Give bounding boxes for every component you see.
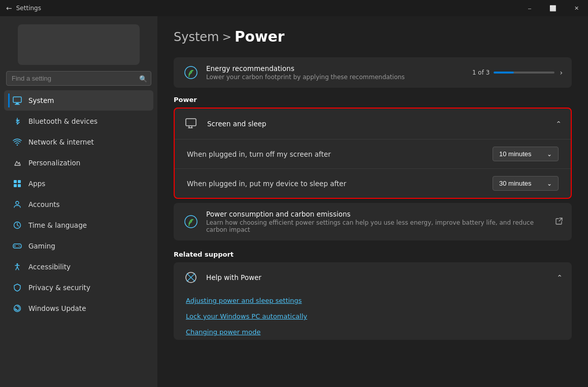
progress-bar-fill: [494, 72, 514, 74]
time-label: Time & language: [28, 221, 87, 229]
breadcrumb-parent[interactable]: System: [174, 30, 219, 44]
screen-off-label: When plugged in, turn off my screen afte…: [187, 150, 493, 158]
energy-right: 1 of 3 ›: [472, 68, 563, 77]
energy-subtitle: Lower your carbon footprint by applying …: [206, 74, 465, 81]
sidebar-item-accessibility[interactable]: Accessibility: [4, 257, 153, 277]
apps-label: Apps: [28, 180, 45, 188]
app-container: 🔍 System Blue: [0, 16, 588, 387]
maximize-button[interactable]: ⬜: [541, 0, 565, 16]
search-icon: 🔍: [139, 75, 147, 82]
svg-point-3: [17, 145, 18, 146]
help-link-3[interactable]: Changing power mode: [174, 324, 572, 340]
sidebar-item-gaming[interactable]: Gaming: [4, 236, 153, 256]
screen-sleep-chevron-icon: ⌃: [556, 120, 562, 128]
sidebar: 🔍 System Blue: [0, 16, 157, 387]
time-icon: [12, 220, 22, 230]
privacy-icon: [12, 283, 22, 293]
sidebar-item-time[interactable]: Time & language: [4, 215, 153, 235]
sleep-label: When plugged in, put my device to sleep …: [187, 180, 493, 188]
gaming-icon: [12, 241, 22, 251]
power-consumption-row[interactable]: Power consumption and carbon emissions L…: [174, 203, 572, 240]
svg-point-8: [16, 201, 19, 204]
screen-sleep-card: Screen and sleep ⌃ When plugged in, turn…: [174, 108, 572, 199]
external-link-icon: [556, 218, 563, 226]
progress-container: 1 of 3: [472, 69, 554, 76]
sidebar-item-network[interactable]: Network & internet: [4, 132, 153, 152]
system-icon: [12, 95, 22, 105]
help-header[interactable]: Help with Power ⌃: [174, 262, 572, 293]
bluetooth-icon: [12, 116, 22, 126]
titlebar: ← Settings – ⬜ ✕: [0, 0, 588, 16]
svg-rect-1: [16, 103, 19, 104]
personalization-label: Personalization: [28, 159, 80, 167]
accounts-icon: [12, 199, 22, 209]
power-consumption-card: Power consumption and carbon emissions L…: [174, 203, 572, 240]
energy-card-row[interactable]: Energy recommendations Lower your carbon…: [174, 57, 572, 88]
sleep-chevron-icon: ⌄: [547, 180, 552, 187]
sidebar-nav: System Bluetooth & devices: [0, 90, 157, 319]
screen-off-value: 10 minutes: [499, 150, 532, 158]
accounts-label: Accounts: [28, 200, 60, 208]
sleep-setting: When plugged in, put my device to sleep …: [175, 168, 571, 198]
accessibility-label: Accessibility: [28, 263, 71, 271]
minimize-button[interactable]: –: [518, 0, 541, 16]
update-icon: [12, 303, 22, 313]
app-title: Settings: [16, 5, 41, 12]
sleep-dropdown[interactable]: 30 minutes ⌄: [493, 176, 559, 191]
search-container: 🔍: [6, 71, 151, 86]
svg-rect-17: [186, 119, 196, 126]
help-icon: [183, 269, 199, 286]
svg-rect-4: [14, 180, 17, 183]
screen-off-dropdown[interactable]: 10 minutes ⌄: [493, 147, 559, 161]
screen-off-setting: When plugged in, turn off my screen afte…: [175, 139, 571, 168]
back-icon[interactable]: ←: [6, 4, 12, 12]
sleep-value: 30 minutes: [499, 180, 532, 187]
help-link-2[interactable]: Lock your Windows PC automatically: [174, 308, 572, 324]
sidebar-item-personalization[interactable]: Personalization: [4, 153, 153, 173]
sidebar-item-system[interactable]: System: [4, 90, 153, 111]
power-section-label: Power: [174, 96, 572, 103]
power-consumption-subtitle: Learn how choosing efficient power setti…: [206, 219, 548, 233]
profile-area: [18, 24, 140, 65]
privacy-label: Privacy & security: [28, 284, 90, 292]
screen-sleep-header[interactable]: Screen and sleep ⌃: [175, 109, 571, 139]
help-card: Help with Power ⌃ Adjusting power and sl…: [174, 262, 572, 340]
screen-off-chevron-icon: ⌄: [547, 151, 552, 158]
window-controls: – ⬜ ✕: [518, 0, 588, 16]
sidebar-item-update[interactable]: Windows Update: [4, 298, 153, 319]
network-icon: [12, 137, 22, 147]
svg-rect-5: [18, 180, 21, 183]
energy-title: Energy recommendations: [206, 64, 465, 73]
close-button[interactable]: ✕: [565, 0, 588, 16]
power-consumption-icon: [183, 214, 199, 230]
sidebar-item-bluetooth[interactable]: Bluetooth & devices: [4, 111, 153, 131]
screen-sleep-icon: [184, 116, 200, 132]
breadcrumb-current: Power: [235, 28, 284, 45]
help-chevron-icon: ⌃: [557, 273, 563, 282]
related-support-label: Related support: [174, 251, 572, 258]
breadcrumb-separator: >: [222, 30, 232, 43]
sidebar-item-accounts[interactable]: Accounts: [4, 194, 153, 215]
sidebar-item-privacy[interactable]: Privacy & security: [4, 277, 153, 298]
accessibility-icon: [12, 262, 22, 272]
energy-icon: [183, 64, 199, 81]
apps-icon: [12, 179, 22, 189]
power-consumption-text: Power consumption and carbon emissions L…: [206, 210, 548, 233]
personalization-icon: [12, 158, 22, 168]
network-label: Network & internet: [28, 138, 94, 146]
content-area: System > Power Energy recommendations Lo…: [157, 16, 588, 387]
svg-point-14: [17, 263, 18, 265]
gaming-label: Gaming: [28, 242, 55, 250]
svg-rect-7: [18, 184, 21, 187]
energy-chevron-icon: ›: [560, 68, 563, 77]
sidebar-item-apps[interactable]: Apps: [4, 173, 153, 194]
progress-bar-wrap: [494, 72, 554, 74]
system-label: System: [28, 96, 54, 104]
help-link-1[interactable]: Adjusting power and sleep settings: [174, 293, 572, 308]
screen-sleep-title: Screen and sleep: [207, 120, 266, 128]
breadcrumb: System > Power: [174, 28, 572, 45]
bluetooth-label: Bluetooth & devices: [28, 117, 97, 125]
svg-line-20: [559, 218, 562, 221]
svg-rect-2: [15, 104, 20, 105]
search-input[interactable]: [6, 71, 151, 86]
